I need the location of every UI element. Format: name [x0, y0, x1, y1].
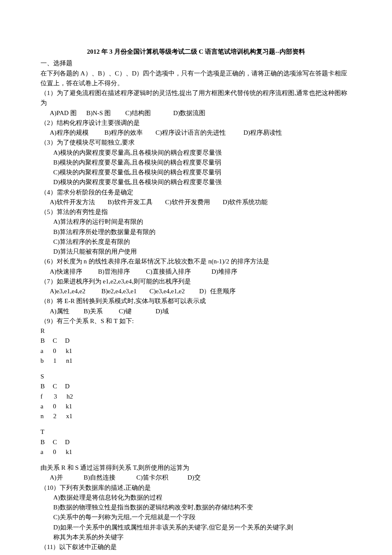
question-7-stem: （7）如果进栈序列为 e1,e2,e3,e4,则可能的出栈序列是 [40, 277, 352, 286]
question-2-options: A)程序的规模 B)程序的效率 C)程序设计语言的先进性 D)程序易读性 [40, 128, 352, 138]
question-4-stem: （4）需求分析阶段的任务是确定 [40, 188, 352, 197]
question-5-options: A)算法程序的运行时间是有限的 B)算法程序所处理的数据量是有限的 C)算法程序… [40, 217, 352, 257]
question-5-option-b: B)算法程序所处理的数据量是有限的 [53, 227, 352, 237]
question-10-options: A)数据处理是将信息转化为数据的过程 B)数据的物理独立性是指当数据的逻辑结构改… [40, 493, 352, 542]
question-6-options: A)快速排序 B)冒泡排序 C)直接插入排序 D)堆排序 [40, 267, 352, 277]
question-10-stem: （10）下列有关数据库的描述,正确的是 [40, 483, 352, 493]
section-heading: 一、选择题 [40, 58, 352, 68]
question-3-option-b: B)模块的内聚程度要尽量高,且各模块间的耦合程度要尽量弱 [53, 158, 352, 168]
question-10-option-d-line2: 称其为本关系的外关键字 [53, 532, 352, 542]
relation-s-table: S B C D f 3 h2 a 0 k1 n 2 x1 [40, 372, 352, 421]
question-10-option-b: B)数据的物理独立性是指当数据的逻辑结构改变时,数据的存储结构不变 [53, 503, 352, 512]
question-3-stem: （3）为了使模块尽可能独立,要求 [40, 138, 352, 147]
question-9-followup: 由关系 R 和 S 通过运算得到关系 T,则所使用的运算为 [40, 463, 352, 473]
question-8-stem: （8）将 E-R 图转换到关系模式时,实体与联系都可以表示成 [40, 296, 352, 306]
question-3-option-d: D)模块的内聚程度要尽量低,且各模块间的耦合程度要尽量强 [53, 177, 352, 187]
question-3-option-a: A)模块的内聚程度要尽量高,且各模块间的耦合程度要尽量强 [53, 148, 352, 158]
question-3-options: A)模块的内聚程度要尽量高,且各模块间的耦合程度要尽量强 B)模块的内聚程度要尽… [40, 148, 352, 188]
question-10-option-d-line1: D)如果一个关系中的属性或属性组并非该关系的关键字,但它是另一个关系的关键字,则 [53, 523, 352, 532]
question-7-options: A)e3,e1,e4,e2 B)e2,e4,e3,e1 C)e3,e4,e1,e… [40, 286, 352, 296]
question-8-options: A)属性 B)关系 C)键 D)域 [40, 306, 352, 316]
relation-r-table: R B C D a 0 k1 b 1 n1 [40, 326, 352, 366]
question-5-option-d: D)算法只能被有限的用户使用 [53, 247, 352, 257]
question-6-stem: （6）对长度为 n 的线性表排序,在最坏情况下,比较次数不是 n(n-1)/2 … [40, 257, 352, 266]
question-10-option-a: A)数据处理是将信息转化为数据的过程 [53, 493, 352, 503]
question-1-stem: （1）为了避免流程图在描述程序逻辑时的灵活性,提出了用方框图来代替传统的程序流程… [40, 88, 352, 108]
question-4-options: A)软件开发方法 B)软件开发工具 C)软件开发费用 D)软件系统功能 [40, 197, 352, 207]
question-9-stem: （9）有三个关系 R、S 和 T 如下: [40, 316, 352, 326]
instructions: 在下列各题的 A）、B）、C）、D）四个选项中，只有一个选项是正确的，请将正确的… [40, 69, 352, 89]
question-5-option-a: A)算法程序的运行时间是有限的 [53, 217, 352, 227]
question-5-option-c: C)算法程序的长度是有限的 [53, 237, 352, 247]
question-10-option-c: C)关系中的每一列称为元组,一个元组就是一个字段 [53, 512, 352, 522]
question-3-option-c: C)模块的内聚程度要尽量低,且各模块间的耦合程度要尽量弱 [53, 168, 352, 177]
relation-t-table: T B C D a 0 k1 [40, 427, 352, 457]
question-5-stem: （5）算法的有穷性是指 [40, 207, 352, 217]
question-11-stem: （11）以下叙述中正确的是 [40, 542, 352, 552]
document-title: 2012 年 3 月份全国计算机等级考试二级 C 语言笔试培训机构复习题--内部… [40, 47, 352, 57]
question-1-options: A)PAD 图 B)N-S 图 C)结构图 D)数据流图 [40, 108, 352, 118]
question-9-options: A)并 B)自然连接 C)笛卡尔积 D)交 [40, 473, 352, 483]
question-2-stem: （2）结构化程序设计主要强调的是 [40, 118, 352, 128]
